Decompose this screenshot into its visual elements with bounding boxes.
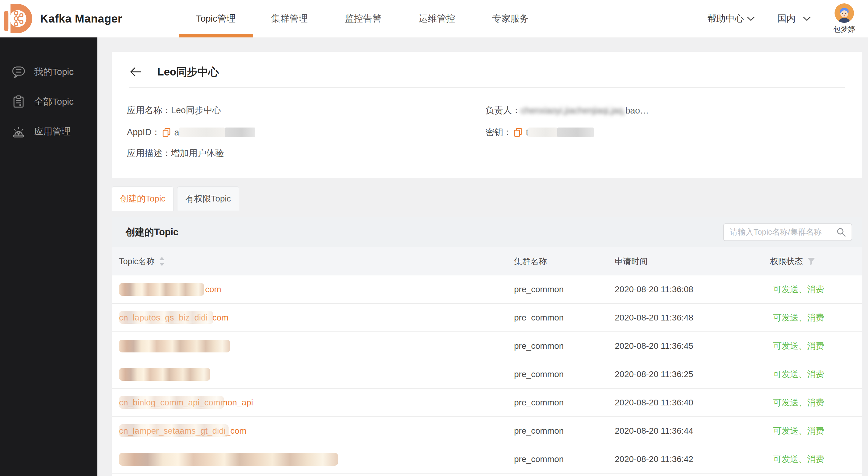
cluster-cell: pre_common xyxy=(514,445,564,473)
help-center-label: 帮助中心 xyxy=(707,12,744,25)
table-body: com pre_common 2020-08-20 11:36:08 可发送、消… xyxy=(112,276,862,476)
table-row: pre_common 2020-08-20 11:36:42 可发送、消费 xyxy=(112,445,862,474)
secret-redaction xyxy=(557,128,594,137)
sidebar-item-label: 我的Topic xyxy=(34,66,74,78)
page-title: Leo同步中心 xyxy=(157,65,219,79)
status-cell: 可发送、消费 xyxy=(773,332,824,360)
chevron-down-icon xyxy=(803,17,811,21)
topic-table-card: 创建的Topic Topic名称 集群 xyxy=(112,217,862,476)
cluster-cell: pre_common xyxy=(514,304,564,331)
divider xyxy=(129,87,845,88)
tab-authorized-topic[interactable]: 有权限Topic xyxy=(177,186,239,211)
table-row: cn_laputos_gs_biz_didi_com pre_common 20… xyxy=(112,304,862,332)
topic-cell xyxy=(119,360,512,388)
filter-icon[interactable] xyxy=(807,257,815,265)
time-cell: 2020-08-20 11:36:25 xyxy=(615,360,693,388)
status-cell: 可发送、消费 xyxy=(773,360,824,388)
nav-tab-monitor-alert[interactable]: 监控告警 xyxy=(345,0,381,37)
nav-tab-topic-manage[interactable]: Topic管理 xyxy=(196,0,236,37)
redaction-blur xyxy=(119,424,228,437)
time-cell: 2020-08-20 11:36:40 xyxy=(615,389,693,416)
user-menu[interactable]: 包梦婷 xyxy=(833,0,855,34)
topic-cell xyxy=(119,332,512,360)
app-name-value: Leo同步中心 xyxy=(171,104,221,117)
redaction-blur xyxy=(119,396,224,409)
sort-icon[interactable] xyxy=(159,257,165,266)
field-description: 应用描述： 增加用户体验 xyxy=(127,147,224,160)
copy-icon[interactable] xyxy=(513,128,523,137)
app-detail-card: Leo同步中心 应用名称： Leo同步中心 负责人： chenxiaoyi,ji… xyxy=(112,52,862,178)
redaction-blur xyxy=(119,340,230,352)
column-header-topic[interactable]: Topic名称 xyxy=(119,247,165,276)
cluster-cell: pre_common xyxy=(514,360,564,388)
topic-cell: cn_lamper_setaams_gt_didi_com xyxy=(119,417,512,445)
kafka-manager-app: Kafka Manager Topic管理 集群管理 监控告警 运维管控 专家服… xyxy=(0,0,868,476)
topic-cell: cn_binlog_comm_api_common_api xyxy=(119,389,512,416)
topic-tabs: 创建的Topic 有权限Topic xyxy=(112,186,239,211)
topic-cell: cn_laputos_gs_biz_didi_com xyxy=(119,304,512,331)
copy-icon[interactable] xyxy=(162,128,172,137)
sidebar-item-app-manage[interactable]: 应用管理 xyxy=(0,117,97,147)
time-cell: 2020-08-20 11:36:48 xyxy=(615,304,693,331)
help-center-dropdown[interactable]: 帮助中心 xyxy=(707,0,755,37)
time-cell: 2020-08-20 11:36:44 xyxy=(615,417,693,445)
status-cell: 可发送、消费 xyxy=(773,445,824,473)
region-dropdown[interactable]: 国内 xyxy=(777,0,811,37)
chat-bubble-icon xyxy=(11,65,26,79)
table-row: pre_common 2020-08-20 11:36:45 可发送、消费 xyxy=(112,332,862,360)
avatar[interactable] xyxy=(835,3,854,23)
status-cell: 可发送、消费 xyxy=(773,389,824,416)
status-cell: 可发送、消费 xyxy=(773,304,824,331)
clipboard-icon xyxy=(11,95,26,109)
column-header-time: 申请时间 xyxy=(615,247,648,276)
field-owner: 负责人： chenxiaoyi,jiachenjiaqi,jaq, bao… xyxy=(486,104,649,117)
column-header-status[interactable]: 权限状态 xyxy=(770,247,815,276)
secret-redaction xyxy=(528,128,557,137)
table-section-header: 创建的Topic xyxy=(112,217,862,247)
section-title: 创建的Topic xyxy=(126,226,178,239)
owner-visible-tail: bao… xyxy=(625,105,649,116)
owner-redacted-value: chenxiaoyi,jiachenjiaqi,jaq, xyxy=(521,105,625,116)
redaction-blur xyxy=(119,283,204,296)
table-row: cn_binlog_comm_api_common_api pre_common… xyxy=(112,389,862,417)
time-cell: 2020-08-20 11:36:45 xyxy=(615,332,693,360)
appid-visible-prefix: a xyxy=(175,128,179,137)
time-cell: 2020-08-20 11:36:42 xyxy=(615,445,693,473)
table-row-partial xyxy=(112,474,862,476)
nav-tab-expert-service[interactable]: 专家服务 xyxy=(492,0,529,37)
user-name: 包梦婷 xyxy=(833,24,855,34)
back-arrow-icon[interactable] xyxy=(129,66,142,77)
app-title: Kafka Manager xyxy=(40,0,122,37)
table-row: com pre_common 2020-08-20 11:36:08 可发送、消… xyxy=(112,276,862,304)
kafka-d-logo-icon[interactable] xyxy=(2,2,35,35)
tab-created-topic[interactable]: 创建的Topic xyxy=(112,186,174,211)
active-tab-underline xyxy=(179,34,253,37)
cluster-cell: pre_common xyxy=(514,417,564,445)
table-row: pre_common 2020-08-20 11:36:25 可发送、消费 xyxy=(112,360,862,389)
field-secret: 密钥： t xyxy=(486,126,594,139)
sidebar-item-all-topic[interactable]: 全部Topic xyxy=(0,87,97,117)
status-cell: 可发送、消费 xyxy=(773,276,824,303)
nav-tab-cluster-manage[interactable]: 集群管理 xyxy=(271,0,308,37)
redaction-blur xyxy=(119,453,338,466)
time-cell: 2020-08-20 11:36:08 xyxy=(615,276,693,303)
topic-cell xyxy=(119,445,512,473)
appid-redaction xyxy=(225,128,255,137)
status-cell: 可发送、消费 xyxy=(773,417,824,445)
field-app-name: 应用名称： Leo同步中心 xyxy=(127,104,221,117)
sidebar-item-my-topic[interactable]: 我的Topic xyxy=(0,57,97,87)
description-value: 增加用户体验 xyxy=(171,147,224,159)
column-header-cluster: 集群名称 xyxy=(514,247,547,276)
left-sidebar: 我的Topic 全部Topic xyxy=(0,37,97,476)
cluster-cell: pre_common xyxy=(514,332,564,360)
search-input[interactable] xyxy=(729,227,836,237)
topic-link-tail[interactable]: com xyxy=(205,285,221,294)
search-box xyxy=(723,223,852,241)
nav-tab-ops-control[interactable]: 运维管控 xyxy=(419,0,455,37)
sidebar-item-label: 应用管理 xyxy=(34,125,71,138)
search-icon[interactable] xyxy=(836,227,846,237)
region-label: 国内 xyxy=(777,12,796,25)
chevron-down-icon xyxy=(747,17,755,21)
table-header-row: Topic名称 集群名称 申请时间 权限状态 xyxy=(112,247,862,276)
header-right-area: 帮助中心 国内 xyxy=(707,0,855,37)
